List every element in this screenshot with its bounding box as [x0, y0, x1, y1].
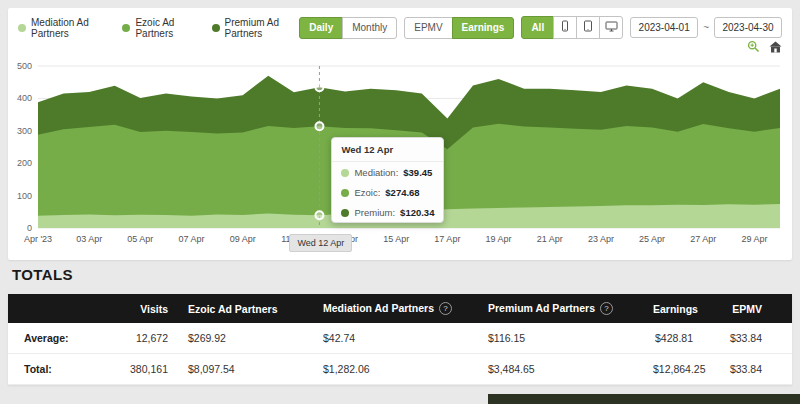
header-empty	[8, 294, 118, 323]
interval-button-group: Daily Monthly	[299, 17, 397, 39]
total-premium: $3,484.65	[478, 354, 643, 385]
average-premium: $116.15	[478, 323, 643, 354]
header-mediation: Mediation Ad Partners?	[313, 294, 478, 323]
epmv-button[interactable]: EPMV	[404, 17, 452, 39]
chart-area: 0100200300400500Apr '2303 Apr05 Apr07 Ap…	[14, 62, 786, 252]
svg-text:25 Apr: 25 Apr	[639, 234, 665, 244]
device-tablet-button[interactable]	[576, 16, 600, 39]
zoom-in-icon[interactable]	[747, 39, 760, 57]
tooltip-label: Ezoic:	[354, 187, 380, 198]
svg-text:15 Apr: 15 Apr	[383, 234, 409, 244]
tooltip-label: Premium:	[354, 207, 395, 218]
legend-label-mediation: Mediation Ad Partners	[31, 17, 108, 39]
total-ezoic: $8,097.54	[178, 354, 313, 385]
legend-dot-mediation	[18, 24, 26, 32]
svg-text:09 Apr: 09 Apr	[230, 234, 256, 244]
device-desktop-button[interactable]	[599, 16, 623, 39]
header-visits: Visits	[118, 294, 178, 323]
svg-text:300: 300	[17, 126, 32, 136]
tooltip-row-mediation: Mediation: $39.45	[332, 162, 443, 182]
total-row-label: Total:	[8, 354, 118, 385]
tooltip-label: Mediation:	[354, 167, 398, 178]
header-premium: Premium Ad Partners?	[478, 294, 643, 323]
date-range-separator: ~	[703, 22, 709, 33]
bottom-bar	[488, 394, 800, 404]
totals-table-panel: Visits Ezoic Ad Partners Mediation Ad Pa…	[8, 294, 792, 385]
svg-text:07 Apr: 07 Apr	[179, 234, 205, 244]
legend-dot-ezoic	[122, 24, 130, 32]
monthly-button[interactable]: Monthly	[342, 17, 397, 39]
metric-button-group: EPMV Earnings	[404, 17, 514, 39]
average-row-label: Average:	[8, 323, 118, 354]
crosshair-axis-label: Wed 12 Apr	[289, 234, 352, 252]
svg-text:100: 100	[17, 191, 32, 201]
svg-text:Apr '23: Apr '23	[24, 234, 52, 244]
svg-text:17 Apr: 17 Apr	[434, 234, 460, 244]
svg-text:23 Apr: 23 Apr	[588, 234, 614, 244]
legend-item-mediation[interactable]: Mediation Ad Partners	[18, 17, 108, 39]
total-visits: 380,161	[118, 354, 178, 385]
legend-dot-premium	[212, 24, 220, 32]
svg-text:05 Apr: 05 Apr	[127, 234, 153, 244]
toolbar-controls: Daily Monthly EPMV Earnings All	[299, 16, 782, 39]
svg-text:0: 0	[27, 223, 32, 233]
legend-item-premium[interactable]: Premium Ad Partners	[212, 17, 300, 39]
chart-toolbar: Mediation Ad Partners Ezoic Ad Partners …	[14, 14, 786, 39]
header-epmv: EPMV	[703, 294, 792, 323]
date-from-input[interactable]	[630, 17, 698, 38]
device-mobile-button[interactable]	[553, 16, 577, 39]
mobile-phone-icon	[559, 20, 571, 35]
chart-tooltip: Wed 12 Apr Mediation: $39.45 Ezoic: $274…	[331, 137, 444, 223]
svg-text:400: 400	[17, 93, 32, 103]
svg-text:27 Apr: 27 Apr	[690, 234, 716, 244]
chart-legend: Mediation Ad Partners Ezoic Ad Partners …	[18, 17, 299, 39]
header-earnings: Earnings	[643, 294, 703, 323]
total-mediation: $1,282.06	[313, 354, 478, 385]
legend-label-premium: Premium Ad Partners	[225, 17, 300, 39]
table-row-total: Total: 380,161 $8,097.54 $1,282.06 $3,48…	[8, 354, 792, 385]
svg-text:200: 200	[17, 158, 32, 168]
date-to-input[interactable]	[714, 17, 782, 38]
desktop-monitor-icon	[605, 20, 618, 35]
svg-text:03 Apr: 03 Apr	[76, 234, 102, 244]
tablet-icon	[582, 20, 594, 35]
average-earnings: $428.81	[643, 323, 703, 354]
earnings-button[interactable]: Earnings	[452, 17, 515, 39]
average-mediation: $42.74	[313, 323, 478, 354]
tooltip-value: $120.34	[400, 207, 434, 218]
tooltip-title: Wed 12 Apr	[332, 138, 443, 162]
tooltip-value: $274.68	[385, 187, 419, 198]
legend-label-ezoic: Ezoic Ad Partners	[135, 17, 197, 39]
chart-panel: Mediation Ad Partners Ezoic Ad Partners …	[8, 8, 792, 260]
device-button-group: All	[521, 16, 623, 39]
tooltip-row-ezoic: Ezoic: $274.68	[332, 182, 443, 202]
svg-text:21 Apr: 21 Apr	[537, 234, 563, 244]
daily-button[interactable]: Daily	[299, 17, 343, 39]
header-ezoic: Ezoic Ad Partners	[178, 294, 313, 323]
average-visits: 12,672	[118, 323, 178, 354]
average-ezoic: $269.92	[178, 323, 313, 354]
premium-series-dot	[341, 209, 349, 217]
home-icon[interactable]	[769, 39, 782, 57]
device-all-button[interactable]: All	[521, 16, 554, 39]
totals-table: Visits Ezoic Ad Partners Mediation Ad Pa…	[8, 294, 792, 385]
tooltip-row-premium: Premium: $120.34	[332, 202, 443, 222]
legend-item-ezoic[interactable]: Ezoic Ad Partners	[122, 17, 197, 39]
mediation-help-icon[interactable]: ?	[439, 302, 452, 315]
total-epmv: $33.84	[703, 354, 792, 385]
totals-heading: TOTALS	[12, 266, 73, 283]
ezoic-series-dot	[341, 189, 349, 197]
svg-text:29 Apr: 29 Apr	[741, 234, 767, 244]
svg-text:500: 500	[17, 62, 32, 71]
tooltip-value: $39.45	[403, 167, 432, 178]
svg-text:19 Apr: 19 Apr	[486, 234, 512, 244]
table-header-row: Visits Ezoic Ad Partners Mediation Ad Pa…	[8, 294, 792, 323]
total-earnings: $12,864.25	[643, 354, 703, 385]
premium-help-icon[interactable]: ?	[600, 302, 613, 315]
average-epmv: $33.84	[703, 323, 792, 354]
mediation-series-dot	[341, 169, 349, 177]
table-row-average: Average: 12,672 $269.92 $42.74 $116.15 $…	[8, 323, 792, 354]
chart-quick-actions	[14, 41, 786, 54]
